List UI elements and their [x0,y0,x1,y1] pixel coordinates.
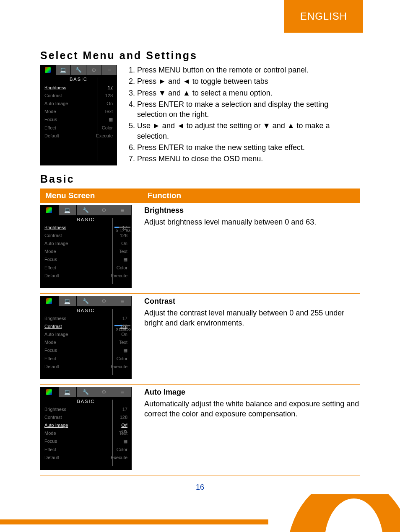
osd-tab-3 [77,296,95,306]
osd-slider [114,226,130,228]
osd-tab-5 [113,387,132,397]
table-header: Menu Screen Function [40,189,360,203]
osd-tabs [40,65,117,75]
osd-row-label: Brightness [44,85,66,90]
osd-row: Focus▦ [40,437,132,446]
function-description: Auto ImageAutomatically adjust the white… [143,387,360,470]
osd-row: Auto ImageOn [40,99,117,107]
osd-tab-4 [86,65,102,75]
osd-preview: BASICBrightness17Contrast128Auto ImageOn… [40,296,132,379]
instruction-step: Press ENTER to make a selection and disp… [137,99,360,120]
osd-tab-1 [40,387,59,397]
osd-row-label: Focus [44,257,57,262]
osd-divider [112,218,113,284]
osd-title: BASIC [40,75,117,83]
page-number: 16 [0,483,400,492]
osd-tabs [40,387,132,397]
instruction-steps: Press MENU button on the remote or contr… [129,65,360,165]
osd-row: EffectColor [40,124,117,132]
osd-row-value: 17 [122,316,127,321]
osd-row-label: Focus [44,117,57,122]
osd-option-on: On [122,429,127,433]
table-header-menu: Menu Screen [45,191,148,200]
osd-row-value: Execute [96,133,113,138]
osd-scale-max: 255 [125,327,131,331]
osd-row: Contrast128 [40,413,132,421]
osd-row: Contrast128 [40,91,117,99]
osd-tab-3 [71,65,86,75]
osd-tab-1 [40,65,56,75]
osd-row: Focus▦ [40,115,117,124]
osd-row: ModeText [40,248,132,256]
osd-row-value: Text [104,109,113,114]
osd-row-value: Color [117,356,127,361]
osd-scale-max: 63 [126,229,130,233]
osd-row-value: On [106,101,113,106]
osd-row-label: Brightness [44,225,66,230]
function-title: Auto Image [144,387,360,397]
osd-title: BASIC [40,306,132,315]
osd-row-value: ▦ [109,117,113,122]
osd-row: EffectColor [40,446,132,454]
osd-row-value: On [121,332,127,337]
osd-row-label: Auto Image [44,241,68,246]
osd-row-label: Default [44,364,59,369]
osd-row: DefaultExecute [40,272,132,280]
function-title: Contrast [144,296,360,306]
osd-tab-4 [95,387,114,397]
osd-row-label: Mode [44,431,56,436]
osd-row-value: Color [102,125,113,130]
osd-row-label: Default [44,273,59,278]
osd-row: Contrast128 [40,232,132,240]
osd-row-value: ▦ [123,439,127,444]
function-text: Adjust brightness level manually between… [144,218,316,226]
osd-scale-cur: 17 [120,229,124,233]
osd-tab-2 [59,387,77,397]
osd-row: Auto ImageOn [40,240,132,248]
instruction-step: Press ENTER to make the new setting take… [137,142,360,152]
osd-row-label: Brightness [44,407,66,412]
function-text: Adjust the contrast level manually betwe… [144,309,344,327]
instruction-step: Press MENU button on the remote or contr… [137,65,360,75]
osd-row-label: Effect [44,265,56,270]
menu-thumbnail: BASICBrightness17Contrast128Auto ImageOn… [40,205,143,288]
osd-tab-5 [113,296,132,306]
osd-row-value: Execute [111,273,127,278]
osd-row: ModeText [40,107,117,115]
osd-row-value: Execute [111,455,127,460]
manual-page: ENGLISH Select Menu and Settings BASICBr… [0,0,400,532]
menu-thumbnail: BASICBrightness17Contrast128Auto ImageOn… [40,296,143,379]
function-row: BASICBrightness17Contrast128Auto ImageOn… [40,296,360,385]
osd-scale-cur: 128 [119,327,125,331]
instruction-step: Use ► and ◄ to adjust the setting or ▼ a… [137,121,360,141]
instruction-step: Press ► and ◄ to toggle between tabs [137,76,360,86]
osd-row-label: Contrast [44,324,62,329]
osd-divider [112,400,113,466]
osd-title: BASIC [40,215,132,224]
osd-row-value: 128 [105,93,113,98]
osd-divider [112,309,113,375]
footer-decoration [0,494,400,532]
osd-row-label: Default [44,133,59,138]
osd-scale-min: 0 [116,327,118,331]
osd-row: Focus▦ [40,256,132,264]
osd-preview: BASICBrightness17Contrast128Auto ImageOn… [40,205,132,288]
osd-row: EffectColor [40,355,132,363]
osd-tab-5 [113,205,132,215]
heading-basic: Basic [40,165,360,185]
osd-row: DefaultExecute [40,363,132,371]
osd-tab-5 [101,65,117,75]
osd-row-value: On [121,241,127,246]
osd-row-value: ▦ [123,348,127,353]
osd-tab-1 [40,205,59,215]
osd-row: DefaultExecute [40,454,132,462]
osd-row: ModeText [40,429,132,437]
osd-row-label: Focus [44,439,57,444]
osd-tab-3 [77,387,95,397]
osd-row: Brightness17 [40,405,132,413]
osd-row-value: Text [119,340,127,345]
osd-tab-2 [56,65,71,75]
osd-row-label: Mode [44,249,56,254]
osd-scale-min: 0 [116,229,118,233]
function-text: Automatically adjust the white balance a… [144,400,359,418]
